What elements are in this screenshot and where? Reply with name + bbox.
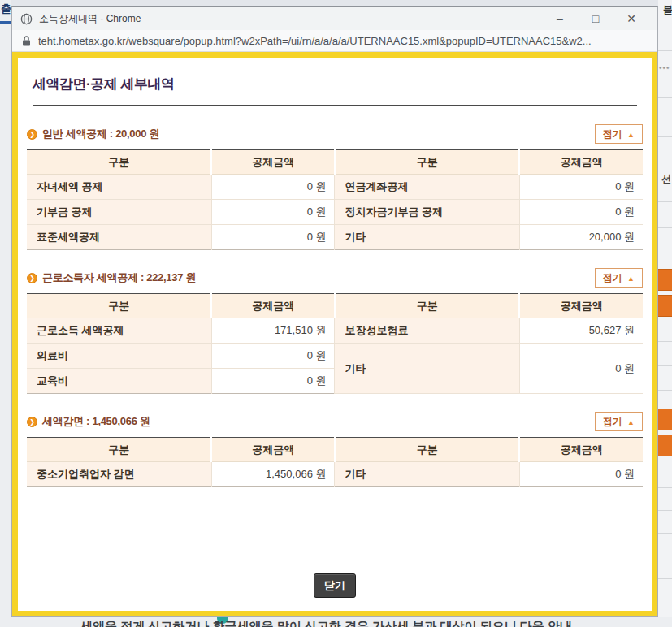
background-divider [658,227,672,228]
item-label-cell: 기타 [335,225,519,250]
section-heading: 근로소득자 세액공제 : 222,137 원 [42,270,196,285]
close-window-button[interactable]: ✕ [613,7,649,30]
item-label-cell: 의료비 [27,344,211,369]
background-text-fragment: 불 [663,3,672,17]
section-header-row: ❯근로소득자 세액공제 : 222,137 원접기 ▲ [27,268,643,288]
item-label-cell: 교육비 [27,369,211,394]
collapse-arrow-icon: ▲ [627,275,635,283]
window-title: 소득상세내역 - Chrome [39,12,141,26]
popup-yellow-frame: 세액감면·공제 세부내역 ❯일반 세액공제 : 20,000 원접기 ▲구분공제… [12,52,657,616]
globe-icon [20,13,33,25]
background-page-left-strip: 출 [0,0,11,627]
background-required-marks: *** [659,65,670,73]
deduction-table: 구분공제금액구분공제금액근로소득 세액공제171,510 원보장성보험료50,6… [27,293,643,394]
close-popup-button[interactable]: 닫기 [314,573,356,598]
section-bullet-icon: ❯ [27,417,37,427]
chrome-popup-window: 소득상세내역 - Chrome – □ ✕ teht.hometax.go.kr… [11,6,658,617]
item-value-cell: 0 원 [211,369,335,394]
item-value-cell: 0 원 [211,344,335,369]
table-row: 자녀세액 공제0 원연금계좌공제0 원 [27,175,643,200]
item-value-cell: 1,450,066 원 [211,462,335,487]
item-value-cell: 0 원 [519,175,643,200]
page-title: 세액감면·공제 세부내역 [33,75,637,93]
background-divider [658,578,672,579]
background-notice-text: 세액을 적게 신고하거나 환급세액을 많이 신고한 경우 가산세 부과 대상이 … [80,619,583,627]
background-button[interactable] [658,435,672,456]
background-divider [658,341,672,342]
deduction-sections: ❯일반 세액공제 : 20,000 원접기 ▲구분공제금액구분공제금액자녀세액 … [27,124,643,487]
column-header: 구분 [335,294,519,318]
background-button[interactable] [658,295,672,317]
table-row: 중소기업취업자 감면1,450,066 원기타0 원 [27,462,643,487]
section-bullet-icon: ❯ [27,273,37,283]
url-text: teht.hometax.go.kr/websquare/popup.html?… [38,35,592,47]
popup-content: 세액감면·공제 세부내역 ❯일반 세액공제 : 20,000 원접기 ▲구분공제… [18,58,652,611]
background-page-right-strip: 불 *** 선 [658,0,672,627]
collapse-button[interactable]: 접기 ▲ [595,124,643,144]
background-divider [658,365,672,366]
column-header: 공제금액 [519,438,643,462]
column-header: 구분 [27,150,211,175]
column-header: 구분 [27,294,211,318]
maximize-button[interactable]: □ [578,7,613,30]
section-header-row: ❯세액감면 : 1,450,066 원접기 ▲ [27,412,643,431]
column-header: 공제금액 [211,438,335,462]
item-label-cell: 기부금 공제 [27,200,211,225]
collapse-button[interactable]: 접기 ▲ [595,268,643,288]
section-heading: 세액감면 : 1,450,066 원 [42,414,150,429]
item-value-cell: 50,627 원 [519,318,643,344]
minimize-button[interactable]: – [542,7,578,30]
table-header-row: 구분공제금액구분공제금액 [27,150,643,175]
background-button[interactable] [658,409,672,430]
table-row: 근로소득 세액공제171,510 원보장성보험료50,627 원 [27,318,643,344]
background-tab-underline [0,21,11,24]
window-titlebar[interactable]: 소득상세내역 - Chrome – □ ✕ [12,7,657,30]
background-divider [658,487,672,488]
section-bullet-icon: ❯ [27,129,37,140]
background-divider [658,556,672,556]
section-header-row: ❯일반 세액공제 : 20,000 원접기 ▲ [27,124,643,144]
deduction-table: 구분공제금액구분공제금액자녀세액 공제0 원연금계좌공제0 원기부금 공제0 원… [27,149,643,250]
column-header: 공제금액 [211,294,335,318]
background-divider [658,510,672,511]
background-divider [658,97,672,98]
collapse-arrow-icon: ▲ [627,418,635,426]
item-label-cell: 기타 [335,462,519,487]
item-label-cell: 기타 [335,344,519,394]
lock-icon[interactable] [22,36,31,46]
item-value-cell: 0 원 [519,462,643,487]
background-divider [658,390,672,391]
item-value-cell: 0 원 [211,175,335,200]
item-label-cell: 연금계좌공제 [335,175,519,200]
background-tab-text: 출 [1,2,11,16]
item-label-cell: 보장성보험료 [335,318,519,344]
table-header-row: 구분공제금액구분공제금액 [27,294,643,318]
item-value-cell: 0 원 [211,200,335,225]
url-bar[interactable]: teht.hometax.go.kr/websquare/popup.html?… [12,30,657,52]
item-label-cell: 표준세액공제 [27,225,211,250]
background-page-bottom-strip: 세액을 적게 신고하거나 환급세액을 많이 신고한 경우 가산세 부과 대상이 … [11,617,672,627]
column-header: 공제금액 [211,150,335,175]
background-text-fragment: 선 [661,172,671,186]
column-header: 구분 [335,438,519,462]
item-value-cell: 0 원 [519,344,643,394]
background-button[interactable] [658,269,672,291]
section-heading: 일반 세액공제 : 20,000 원 [42,127,159,141]
column-header: 구분 [335,150,519,175]
item-label-cell: 중소기업취업자 감면 [27,462,211,487]
item-value-cell: 20,000 원 [519,225,643,250]
table-row: 기부금 공제0 원정치자금기부금 공제0 원 [27,200,643,225]
background-divider [658,136,672,137]
background-divider [658,50,672,51]
column-header: 구분 [27,438,211,462]
collapse-arrow-icon: ▲ [627,131,635,139]
title-divider [33,105,637,106]
item-value-cell: 171,510 원 [211,318,335,344]
item-value-cell: 0 원 [519,200,643,225]
background-divider [658,533,672,534]
collapse-button[interactable]: 접기 ▲ [595,412,643,431]
background-divider [658,201,672,202]
table-header-row: 구분공제금액구분공제금액 [27,438,643,462]
item-label-cell: 자녀세액 공제 [27,175,211,200]
column-header: 공제금액 [519,150,643,175]
